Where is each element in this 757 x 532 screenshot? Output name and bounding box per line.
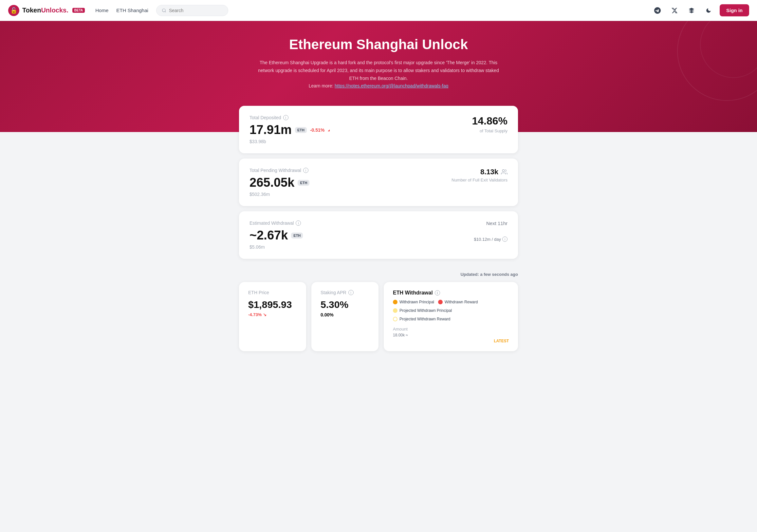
- pending-withdrawal-left: Total Pending Withdrawal i 265.05k ETH $…: [250, 168, 309, 197]
- total-deposited-label: Total Deposited i: [250, 115, 331, 120]
- pending-withdrawal-sub: $502.36m: [250, 192, 309, 197]
- telegram-icon-button[interactable]: [651, 5, 663, 16]
- legend-withdrawn-principal: Withdrawn Principal: [393, 300, 434, 304]
- search-input[interactable]: [169, 8, 223, 13]
- search-icon: [162, 8, 166, 13]
- pending-withdrawal-label: Total Pending Withdrawal i: [250, 168, 309, 173]
- search-bar[interactable]: [156, 5, 228, 16]
- total-deposited-change: -0.51%: [310, 127, 331, 133]
- estimated-withdrawal-next: Next 11hr: [474, 220, 507, 226]
- layers-icon-button[interactable]: [686, 5, 697, 16]
- stats-cards-section: Total Deposited i 17.91m ETH -0.51% $33.…: [231, 106, 526, 272]
- eth-price-label: ETH Price: [248, 290, 297, 295]
- legend-projected-principal: Projected Withdrawn Principal: [393, 308, 452, 313]
- signin-button[interactable]: Sign in: [720, 4, 749, 16]
- navbar: 🔓 TokenUnlocks. BETA Home ETH Shanghai: [0, 0, 757, 21]
- change-arrow-icon: [326, 128, 331, 133]
- staking-apr-sub: 0.00%: [320, 312, 369, 317]
- total-deposited-right-value: 14.86%: [472, 115, 507, 127]
- eth-price-value: $1,895.93: [248, 299, 297, 310]
- bottom-cards-section: ETH Price $1,895.93 -4.73% ↘ Staking APR…: [231, 282, 526, 364]
- chart-amount-label: Amount: [393, 327, 509, 331]
- pending-withdrawal-right: 8.13k Number of Full Exit Validators: [451, 168, 507, 182]
- hero-link[interactable]: https://notes.ethereum.org/@launchpad/wi…: [335, 83, 448, 88]
- eth-withdrawal-title: ETH Withdrawal i: [393, 290, 509, 296]
- validators-icon: [501, 169, 507, 175]
- estimated-withdrawal-sub: $5.06m: [250, 244, 303, 250]
- nav-home[interactable]: Home: [95, 8, 108, 13]
- chart-note: 18.00k ≈: [393, 333, 509, 337]
- svg-text:🔓: 🔓: [10, 7, 18, 14]
- staking-apr-label: Staking APR i: [320, 290, 369, 295]
- updated-row: Updated: a few seconds ago: [231, 272, 526, 282]
- pending-withdrawal-card: Total Pending Withdrawal i 265.05k ETH $…: [239, 159, 518, 206]
- staking-apr-value: 5.30%: [320, 299, 369, 310]
- navbar-right: Sign in: [651, 4, 749, 16]
- total-deposited-left: Total Deposited i 17.91m ETH -0.51% $33.…: [250, 115, 331, 144]
- nav-eth-shanghai[interactable]: ETH Shanghai: [116, 8, 148, 13]
- staking-apr-card: Staking APR i 5.30% 0.00%: [311, 282, 378, 351]
- estimated-withdrawal-value: ~2.67k ETH: [250, 228, 303, 242]
- legend-projected-reward: Projected Withdrawn Reward: [393, 317, 450, 321]
- daily-info-icon[interactable]: i: [502, 236, 507, 242]
- estimated-withdrawal-info-icon[interactable]: i: [296, 220, 301, 226]
- estimated-withdrawal-right: Next 11hr $10.12m / day i: [474, 220, 507, 242]
- estimated-withdrawal-label: Estimated Withdrawal i: [250, 220, 303, 226]
- beta-badge: BETA: [72, 8, 85, 13]
- moon-icon: [706, 8, 712, 14]
- legend-withdrawn-reward: Withdrawn Reward: [438, 300, 478, 304]
- staking-apr-info-icon[interactable]: i: [348, 290, 354, 295]
- eth-withdrawal-chart-card: ETH Withdrawal i Withdrawn Principal Wit…: [384, 282, 518, 351]
- hero-description: The Ethereum Shanghai Upgrade is a hard …: [254, 59, 503, 90]
- logo[interactable]: 🔓 TokenUnlocks. BETA: [8, 5, 85, 16]
- pending-withdrawal-eth-badge: ETH: [298, 180, 309, 186]
- estimated-withdrawal-daily: $10.12m / day i: [474, 236, 507, 242]
- total-deposited-right: 14.86% of Total Supply: [472, 115, 507, 133]
- total-deposited-value: 17.91m ETH -0.51%: [250, 123, 331, 137]
- hero-title: Ethereum Shanghai Unlock: [8, 37, 749, 52]
- layers-icon: [688, 7, 695, 14]
- legend-dot-projected-principal: [393, 308, 398, 313]
- pending-withdrawal-right-label: Number of Full Exit Validators: [451, 177, 507, 182]
- chart-legend: Withdrawn Principal Withdrawn Reward Pro…: [393, 300, 509, 321]
- latest-badge: LATEST: [393, 339, 509, 343]
- total-deposited-right-label: of Total Supply: [472, 128, 507, 133]
- updated-text: Updated: a few seconds ago: [460, 272, 518, 277]
- eth-price-change: -4.73% ↘: [248, 312, 297, 317]
- svg-point-3: [502, 170, 504, 172]
- eth-price-card: ETH Price $1,895.93 -4.73% ↘: [239, 282, 306, 351]
- pending-withdrawal-value: 265.05k ETH: [250, 175, 309, 190]
- total-deposited-info-icon[interactable]: i: [283, 115, 288, 120]
- pending-withdrawal-right-value: 8.13k: [451, 168, 507, 176]
- learn-more-prefix: Learn more:: [309, 83, 333, 88]
- total-deposited-sub: $33.98b: [250, 139, 331, 144]
- eth-withdrawal-info-icon[interactable]: i: [435, 290, 440, 296]
- estimated-withdrawal-card: Estimated Withdrawal i ~2.67k ETH $5.06m…: [239, 211, 518, 259]
- pending-withdrawal-info-icon[interactable]: i: [303, 168, 308, 173]
- legend-dot-projected-reward: [393, 317, 398, 321]
- logo-icon: 🔓: [8, 5, 20, 16]
- svg-point-2: [163, 9, 166, 12]
- total-deposited-eth-badge: ETH: [295, 127, 307, 133]
- logo-text: TokenUnlocks.: [22, 7, 69, 14]
- total-deposited-card: Total Deposited i 17.91m ETH -0.51% $33.…: [239, 106, 518, 153]
- nav-links: Home ETH Shanghai: [95, 8, 148, 13]
- legend-dot-withdrawn-principal: [393, 300, 398, 304]
- twitter-icon-button[interactable]: [669, 5, 681, 16]
- telegram-icon: [654, 7, 661, 14]
- dark-mode-icon-button[interactable]: [703, 5, 714, 16]
- estimated-withdrawal-eth-badge: ETH: [291, 233, 303, 238]
- twitter-icon: [671, 7, 678, 14]
- legend-dot-withdrawn-reward: [438, 300, 443, 304]
- estimated-withdrawal-left: Estimated Withdrawal i ~2.67k ETH $5.06m: [250, 220, 303, 250]
